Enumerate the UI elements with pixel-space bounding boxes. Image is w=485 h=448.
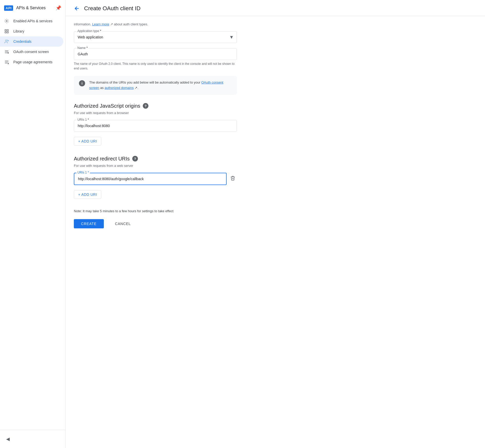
redirect-uri-field-wrapper: URIs 1 * — [74, 173, 227, 185]
note-text: Note: It may take 5 minutes to a few hou… — [74, 209, 237, 213]
sidebar-item-enabled-label: Enabled APIs & services — [13, 19, 53, 23]
redirect-uri-field: URIs 1 * — [74, 173, 227, 185]
pin-icon: 📌 — [56, 5, 61, 11]
sidebar-item-library-label: Library — [13, 29, 24, 33]
js-origins-title: Authorized JavaScript origins ? — [74, 103, 237, 109]
redirect-uri-label: URIs 1 * — [76, 171, 90, 174]
js-uri-row: URIs 1 * — [74, 120, 237, 132]
svg-point-5 — [5, 40, 7, 41]
js-uri-field-wrapper: URIs 1 * — [74, 120, 237, 132]
sidebar-header: API APIs & Services 📌 — [0, 2, 65, 16]
application-type-wrapper: Web application ▼ — [74, 31, 237, 43]
redirect-uri-row: URIs 1 * — [74, 173, 237, 185]
api-badge: API — [4, 5, 13, 11]
sidebar: API APIs & Services 📌 Enabled APIs & ser… — [0, 0, 66, 448]
form-container: information. Learn more ↗ about auth cli… — [66, 16, 245, 241]
sidebar-title: APIs & Services — [16, 6, 46, 10]
info-icon: i — [79, 80, 85, 86]
delete-uri-icon[interactable] — [229, 174, 237, 184]
name-label: Name * — [76, 46, 89, 50]
name-hint: The name of your OAuth 2.0 client. This … — [74, 62, 237, 71]
sidebar-bottom: ◀ — [0, 430, 65, 448]
credentials-icon — [4, 39, 9, 44]
cancel-button[interactable]: CANCEL — [108, 219, 138, 228]
back-button[interactable] — [74, 5, 80, 12]
top-info: information. Learn more ↗ about auth cli… — [74, 22, 237, 26]
sidebar-item-oauth-label: OAuth consent screen — [13, 50, 49, 54]
sidebar-item-credentials-label: Credentials — [13, 39, 32, 44]
sidebar-item-enabled[interactable]: Enabled APIs & services — [0, 16, 63, 26]
info-box-text: The domains of the URIs you add below wi… — [89, 80, 232, 91]
svg-rect-3 — [7, 32, 8, 33]
learn-more-link[interactable]: Learn more — [92, 22, 109, 26]
page-title: Create OAuth client ID — [84, 5, 140, 12]
application-type-label: Application type * — [76, 29, 102, 33]
oauth-icon — [4, 49, 9, 54]
redirect-add-uri-button[interactable]: + ADD URI — [74, 190, 101, 199]
redirect-uris-section: Authorized redirect URIs ? For use with … — [74, 156, 237, 199]
js-origins-subtitle: For use with requests from a browser — [74, 111, 237, 115]
sidebar-item-page-usage[interactable]: Page usage agreements — [0, 57, 63, 67]
svg-rect-2 — [7, 29, 8, 31]
redirect-uris-help-icon[interactable]: ? — [132, 156, 138, 161]
name-input[interactable] — [74, 48, 237, 60]
js-uri-input[interactable] — [74, 120, 237, 132]
js-add-uri-button[interactable]: + ADD URI — [74, 137, 101, 146]
svg-rect-4 — [5, 32, 6, 33]
application-type-select[interactable]: Web application — [74, 31, 237, 43]
sidebar-item-library[interactable]: Library — [0, 26, 63, 36]
svg-point-0 — [6, 21, 7, 22]
create-button[interactable]: CREATE — [74, 219, 104, 228]
main-content: Create OAuth client ID information. Lear… — [66, 0, 485, 448]
js-origins-help-icon[interactable]: ? — [143, 103, 148, 109]
svg-point-11 — [8, 52, 9, 54]
page-header: Create OAuth client ID — [66, 0, 485, 16]
js-uri-label: URIs 1 * — [76, 118, 90, 121]
sidebar-item-oauth[interactable]: OAuth consent screen — [0, 47, 63, 57]
action-buttons: CREATE CANCEL — [74, 219, 237, 228]
js-uri-field: URIs 1 * — [74, 120, 237, 132]
redirect-uris-title: Authorized redirect URIs ? — [74, 156, 237, 162]
name-field: Name * The name of your OAuth 2.0 client… — [74, 48, 237, 71]
library-icon — [4, 29, 9, 34]
page-usage-icon — [4, 59, 9, 65]
enabled-icon — [4, 18, 9, 24]
redirect-uri-input[interactable] — [74, 173, 227, 185]
redirect-uris-subtitle: For use with requests from a web server — [74, 164, 237, 168]
collapse-button[interactable]: ◀ — [4, 434, 61, 444]
sidebar-item-page-usage-label: Page usage agreements — [13, 60, 53, 64]
application-type-field: Application type * Web application ▼ — [74, 31, 237, 43]
sidebar-nav: Enabled APIs & services Library Credenti… — [0, 16, 65, 67]
authorized-domains-link[interactable]: authorized domains — [105, 86, 134, 90]
info-box: i The domains of the URIs you add below … — [74, 76, 237, 95]
svg-rect-1 — [5, 29, 6, 31]
sidebar-item-credentials[interactable]: Credentials — [0, 36, 63, 47]
js-origins-section: Authorized JavaScript origins ? For use … — [74, 103, 237, 146]
